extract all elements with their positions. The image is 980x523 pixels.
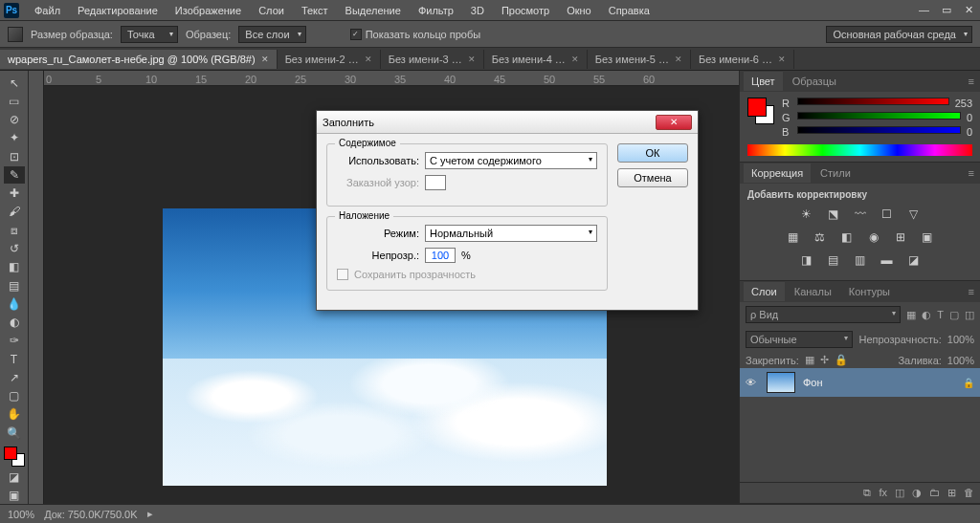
document-tab[interactable]: Без имени-4 …✕	[484, 50, 588, 69]
filter-shape-icon[interactable]: ▢	[949, 309, 959, 321]
screenmode-tool[interactable]: ▣	[4, 488, 25, 504]
panel-menu-icon[interactable]: ≡	[963, 76, 980, 87]
close-tab-icon[interactable]: ✕	[261, 54, 269, 64]
menu-edit[interactable]: Редактирование	[70, 2, 166, 19]
trash-icon[interactable]: 🗑	[964, 487, 974, 499]
lookup-icon[interactable]: ▣	[919, 229, 936, 246]
blur-tool[interactable]: 💧	[4, 295, 25, 312]
r-slider[interactable]	[797, 98, 949, 109]
filter-adjust-icon[interactable]: ◐	[922, 309, 931, 321]
opacity-value[interactable]: 100%	[947, 334, 974, 345]
fx-icon[interactable]: fx	[879, 487, 887, 499]
close-tab-icon[interactable]: ✕	[365, 54, 372, 64]
workspace-dropdown[interactable]: Основная рабочая среда	[826, 26, 972, 43]
blend-mode-dropdown[interactable]: Обычные	[746, 331, 853, 348]
pen-tool[interactable]: ✑	[4, 333, 25, 349]
exposure-icon[interactable]: ☐	[879, 206, 896, 223]
selective-icon[interactable]: ◪	[905, 251, 923, 269]
menu-filter[interactable]: Фильтр	[411, 2, 461, 19]
new-layer-icon[interactable]: ⊞	[947, 487, 956, 499]
gradient-map-icon[interactable]: ▬	[879, 251, 896, 269]
menu-window[interactable]: Окно	[559, 2, 599, 19]
wand-tool[interactable]: ✦	[4, 130, 25, 146]
cancel-button[interactable]: Отмена	[617, 168, 688, 187]
eraser-tool[interactable]: ◧	[4, 259, 25, 275]
crop-tool[interactable]: ⊡	[4, 148, 25, 164]
tab-adjustments[interactable]: Коррекция	[744, 163, 811, 183]
heal-tool[interactable]: ✚	[4, 185, 25, 202]
close-icon[interactable]: ✕	[957, 1, 972, 19]
menu-file[interactable]: Файл	[27, 2, 68, 19]
menu-view[interactable]: Просмотр	[494, 2, 557, 19]
status-arrow-icon[interactable]: ▸	[147, 508, 153, 520]
quickmask-tool[interactable]: ◪	[4, 469, 25, 485]
mask-icon[interactable]: ◫	[895, 487, 904, 499]
zoom-tool[interactable]: 🔍	[4, 425, 25, 441]
menu-3d[interactable]: 3D	[463, 2, 492, 19]
document-tab[interactable]: Без имени-2 …✕	[278, 50, 381, 69]
eyedropper-tool[interactable]: ✎	[4, 166, 25, 183]
close-tab-icon[interactable]: ✕	[675, 54, 682, 64]
lock-position-icon[interactable]: ✢	[820, 354, 829, 366]
layer-kind-filter[interactable]: ρ Вид	[746, 306, 901, 323]
close-tab-icon[interactable]: ✕	[468, 54, 476, 64]
lock-pixels-icon[interactable]: ▦	[805, 354, 814, 366]
path-tool[interactable]: ↗	[4, 369, 25, 385]
sample-dropdown[interactable]: Все слои	[238, 26, 305, 43]
levels-icon[interactable]: ⬔	[825, 206, 842, 223]
dodge-tool[interactable]: ◐	[4, 314, 25, 330]
mode-dropdown[interactable]: Нормальный	[425, 225, 597, 242]
tab-color[interactable]: Цвет	[744, 72, 783, 91]
adjustment-icon[interactable]: ◑	[912, 487, 922, 499]
tab-paths[interactable]: Контуры	[841, 282, 898, 301]
g-value[interactable]: 0	[967, 112, 972, 123]
tab-channels[interactable]: Каналы	[787, 282, 839, 301]
menu-help[interactable]: Справка	[601, 2, 657, 19]
menu-layers[interactable]: Слои	[251, 2, 292, 19]
menu-image[interactable]: Изображение	[167, 2, 249, 19]
layer-name[interactable]: Фон	[803, 377, 823, 388]
fgbg-swatch[interactable]	[747, 98, 774, 124]
hand-tool[interactable]: ✋	[4, 406, 25, 423]
menu-text[interactable]: Текст	[294, 2, 336, 19]
close-tab-icon[interactable]: ✕	[571, 54, 579, 64]
move-tool[interactable]: ↖	[4, 75, 25, 91]
document-tab[interactable]: Без имени-6 …✕	[691, 50, 794, 69]
marquee-tool[interactable]: ▭	[4, 93, 25, 109]
threshold-icon[interactable]: ▥	[852, 251, 869, 269]
link-layers-icon[interactable]: ⧉	[863, 487, 871, 499]
filter-smart-icon[interactable]: ◫	[965, 309, 974, 321]
filter-pixel-icon[interactable]: ▦	[906, 309, 916, 321]
type-tool[interactable]: T	[4, 351, 25, 367]
minimize-icon[interactable]: —	[911, 1, 926, 19]
brush-tool[interactable]: 🖌	[4, 204, 25, 220]
vibrance-icon[interactable]: ▽	[905, 206, 923, 223]
posterize-icon[interactable]: ▤	[825, 251, 842, 269]
tab-styles[interactable]: Стили	[813, 163, 858, 183]
lock-all-icon[interactable]: 🔒	[835, 354, 848, 366]
stamp-tool[interactable]: ⧈	[4, 222, 25, 238]
ok-button[interactable]: ОК	[617, 143, 688, 163]
spectrum-bar[interactable]	[747, 144, 972, 156]
r-value[interactable]: 253	[955, 98, 972, 109]
hue-icon[interactable]: ▦	[785, 229, 802, 246]
photo-filter-icon[interactable]: ◉	[865, 229, 882, 246]
tab-swatches[interactable]: Образцы	[785, 72, 844, 91]
bw-icon[interactable]: ◧	[838, 229, 856, 246]
g-slider[interactable]	[797, 112, 961, 123]
sample-size-dropdown[interactable]: Точка	[121, 26, 178, 43]
opacity-input[interactable]: 100	[425, 248, 456, 263]
dialog-close-button[interactable]: ✕	[656, 115, 692, 130]
b-slider[interactable]	[797, 126, 961, 138]
brightness-icon[interactable]: ☀	[798, 206, 815, 223]
fill-value[interactable]: 100%	[947, 355, 974, 366]
maximize-icon[interactable]: ▭	[934, 1, 949, 19]
b-value[interactable]: 0	[967, 126, 972, 138]
tab-layers[interactable]: Слои	[744, 282, 785, 301]
mixer-icon[interactable]: ⊞	[892, 229, 909, 246]
use-dropdown[interactable]: С учетом содержимого	[425, 152, 597, 169]
document-tab[interactable]: Без имени-3 …✕	[381, 50, 484, 69]
layer-row[interactable]: 👁 Фон 🔒	[740, 368, 980, 397]
shape-tool[interactable]: ▢	[4, 388, 25, 404]
menu-select[interactable]: Выделение	[338, 2, 409, 19]
